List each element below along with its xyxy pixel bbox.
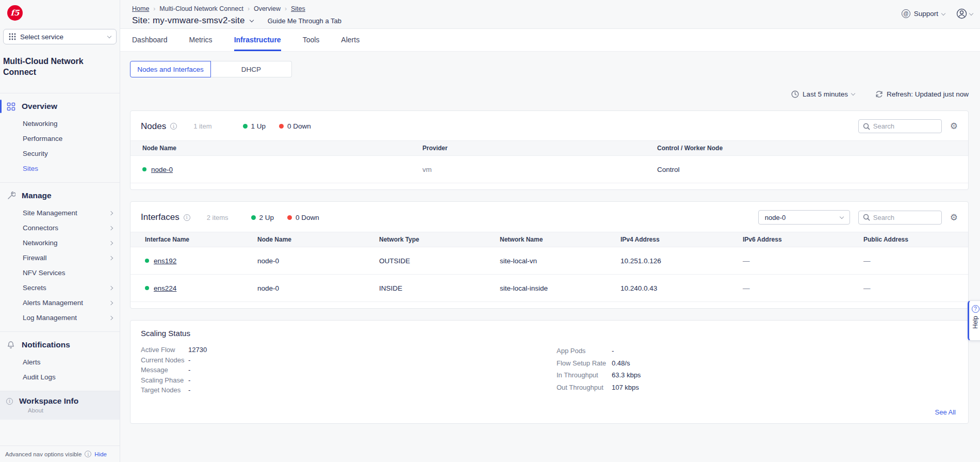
- app-pods-value: -: [612, 345, 614, 357]
- advanced-nav-text: Advanced nav options visible: [5, 451, 81, 457]
- sidebar-footer: Advanced nav options visible i Hide: [0, 445, 120, 462]
- time-range-dropdown[interactable]: Last 5 minutes: [791, 90, 855, 98]
- workspace-info-about[interactable]: About: [28, 407, 113, 413]
- breadcrumb-overview[interactable]: Overview: [254, 5, 281, 12]
- infrastructure-subtabs: Nodes and Interfaces DHCP: [130, 61, 969, 77]
- interface-link[interactable]: ens192: [154, 257, 176, 265]
- sidebar-item-firewall[interactable]: Firewall: [0, 250, 120, 265]
- interfaces-settings-gear-icon[interactable]: ⚙: [950, 213, 958, 222]
- subtab-nodes-and-interfaces[interactable]: Nodes and Interfaces: [130, 61, 211, 77]
- sidebar-item-alerts-management[interactable]: Alerts Management: [0, 295, 120, 310]
- hide-nav-link[interactable]: Hide: [94, 451, 107, 457]
- tab-alerts[interactable]: Alerts: [341, 29, 360, 51]
- manage-label: Manage: [22, 191, 52, 200]
- page-title: Site: my-vmware-smsv2-site: [132, 15, 245, 26]
- sidebar-item-manage[interactable]: Manage: [0, 188, 120, 203]
- sidebar-item-nfv-services[interactable]: NFV Services: [0, 265, 120, 280]
- status-dot-icon: [145, 286, 149, 290]
- sidebar-item-networking-manage[interactable]: Networking: [0, 235, 120, 250]
- interfaces-search-input[interactable]: [873, 214, 937, 221]
- scaling-phase-value: -: [188, 375, 190, 386]
- tab-infrastructure[interactable]: Infrastructure: [234, 29, 281, 51]
- breadcrumb: Home › Multi-Cloud Network Connect › Ove…: [132, 5, 980, 12]
- scaling-status-title: Scaling Status: [130, 321, 968, 342]
- sidebar-item-log-management[interactable]: Log Management: [0, 310, 120, 325]
- message-value: -: [188, 365, 190, 375]
- chevron-right-icon: [109, 211, 113, 215]
- sidebar-item-sites[interactable]: Sites: [0, 161, 120, 176]
- sidebar-section-overview: Overview Networking Performance Security…: [0, 93, 120, 182]
- nodes-settings-gear-icon[interactable]: ⚙: [950, 122, 958, 131]
- subtab-dhcp[interactable]: DHCP: [211, 61, 292, 77]
- sidebar-item-site-management[interactable]: Site Management: [0, 205, 120, 220]
- chevron-down-icon: [107, 34, 111, 38]
- breadcrumb-separator: ›: [153, 5, 155, 12]
- interface-link[interactable]: ens224: [154, 284, 176, 292]
- f5-logo-icon[interactable]: f5: [7, 5, 23, 21]
- support-icon: @: [902, 9, 910, 18]
- breadcrumb-home[interactable]: Home: [132, 5, 149, 12]
- scaling-status-card: Scaling Status Active Flow12730 Current …: [130, 320, 969, 424]
- guide-me-link[interactable]: Guide Me Through a Tab: [268, 17, 341, 25]
- interfaces-table-row: ens224 node-0 INSIDE site-local-inside 1…: [130, 275, 968, 302]
- chevron-right-icon: [109, 226, 113, 230]
- in-throughput-value: 63.3 kbps: [612, 369, 641, 381]
- chevron-down-icon: [969, 11, 973, 15]
- sidebar-item-alerts[interactable]: Alerts: [0, 355, 120, 370]
- site-switcher-chevron-icon[interactable]: [249, 18, 253, 22]
- sidebar-section-notifications: Notifications Alerts Audit Logs: [0, 332, 120, 391]
- sidebar-item-workspace-info[interactable]: i Workspace Info About: [0, 391, 120, 420]
- down-dot-icon: [287, 215, 292, 220]
- time-controls: Last 5 minutes Refresh: Updated just now: [130, 89, 969, 99]
- flow-setup-rate-value: 0.48/s: [612, 357, 630, 370]
- node-link[interactable]: node-0: [151, 166, 173, 173]
- scaling-right-stats: App Pods- Flow Setup Rate0.48/s In Throu…: [557, 345, 641, 393]
- info-icon[interactable]: i: [184, 214, 190, 221]
- info-icon[interactable]: i: [170, 123, 177, 130]
- interfaces-down-status: 0 Down: [287, 214, 319, 221]
- sidebar-item-connectors[interactable]: Connectors: [0, 220, 120, 235]
- tab-dashboard[interactable]: Dashboard: [132, 29, 168, 51]
- sidebar-item-notifications[interactable]: Notifications: [0, 337, 120, 353]
- sidebar-item-networking-overview[interactable]: Networking: [0, 116, 120, 131]
- scaling-left-stats: Active Flow12730 Current Nodes- Message-…: [141, 345, 207, 395]
- sidebar-nav: Overview Networking Performance Security…: [0, 85, 120, 462]
- interfaces-card: Interfaces i 2 items 2 Up 0 Down node-0: [130, 201, 969, 309]
- nodes-count: 1 item: [193, 122, 211, 130]
- grid-apps-icon: [9, 33, 16, 40]
- main-area: Home › Multi-Cloud Network Connect › Ove…: [120, 0, 980, 462]
- target-nodes-value: -: [188, 385, 190, 395]
- support-menu[interactable]: @ Support: [902, 9, 945, 18]
- up-dot-icon: [243, 124, 248, 129]
- breadcrumb-separator: ›: [285, 5, 287, 12]
- clock-icon: [791, 90, 799, 98]
- tab-metrics[interactable]: Metrics: [189, 29, 213, 51]
- active-section-indicator: [0, 100, 2, 113]
- chevron-down-icon: [851, 91, 855, 95]
- chevron-right-icon: [109, 315, 113, 320]
- refresh-button[interactable]: Refresh: Updated just now: [875, 90, 969, 98]
- sidebar-item-security[interactable]: Security: [0, 146, 120, 161]
- breadcrumb-mcn[interactable]: Multi-Cloud Network Connect: [159, 5, 243, 12]
- tab-tools[interactable]: Tools: [303, 29, 320, 51]
- sidebar-section-manage: Manage Site Management Connectors Networ…: [0, 183, 120, 331]
- node-filter-select[interactable]: node-0: [758, 210, 850, 225]
- see-all-link[interactable]: See All: [935, 408, 956, 416]
- sidebar-item-performance[interactable]: Performance: [0, 131, 120, 146]
- breadcrumb-sites[interactable]: Sites: [291, 5, 305, 12]
- account-menu[interactable]: [956, 8, 973, 19]
- nodes-down-status: 0 Down: [279, 122, 311, 130]
- chevron-right-icon: [109, 300, 113, 305]
- nodes-search-input[interactable]: [873, 122, 937, 130]
- sidebar-item-secrets[interactable]: Secrets: [0, 280, 120, 295]
- interfaces-table-header: Interface Name Node Name Network Type Ne…: [130, 232, 968, 247]
- chevron-right-icon: [109, 285, 113, 290]
- select-service-dropdown[interactable]: Select service: [3, 29, 117, 44]
- current-nodes-value: -: [188, 355, 190, 365]
- sidebar-item-overview[interactable]: Overview: [0, 99, 120, 114]
- info-icon: i: [6, 398, 13, 405]
- help-panel-tab[interactable]: ? Help: [968, 300, 980, 341]
- sidebar-item-audit-logs[interactable]: Audit Logs: [0, 370, 120, 385]
- nodes-table-header: Node Name Provider Control / Worker Node: [130, 140, 968, 156]
- content-area: Nodes and Interfaces DHCP Last 5 minutes: [120, 52, 980, 462]
